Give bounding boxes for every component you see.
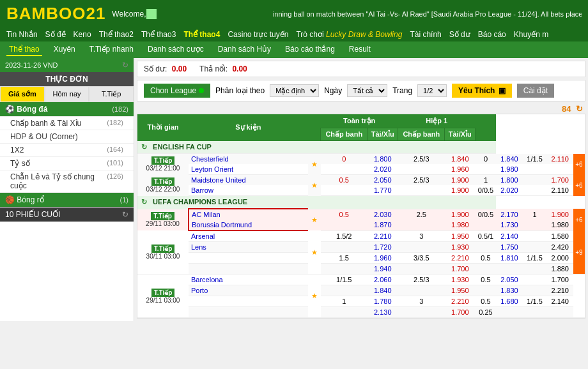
match2-team2[interactable]: Barrow (189, 185, 308, 196)
m4-odds3a[interactable]: 2.140 (496, 230, 522, 242)
match3-star[interactable]: ★ (308, 209, 321, 230)
nav-bao-cao-thang[interactable]: Báo cáo thắng (282, 43, 337, 56)
match1-odds3[interactable]: 1.840 (496, 154, 522, 165)
match4-more[interactable]: +9 (573, 230, 585, 275)
nav-casino[interactable]: Casino trực tuyến (228, 29, 288, 40)
match1-star[interactable]: ★ (308, 154, 321, 175)
nav-danh-sach-huy[interactable]: Danh sách Hủy (215, 43, 274, 56)
nav-so-de[interactable]: Số đề (45, 29, 66, 40)
match3-team2[interactable]: Borussia Dortmund (189, 220, 308, 230)
sidebar-item-1x2[interactable]: 1X2 (164) (0, 144, 134, 157)
m4-odds4c[interactable]: 2.000 (547, 253, 573, 264)
m3-odds4b[interactable]: 1.980 (547, 220, 573, 230)
sidebar-item-hdp[interactable]: HDP & OU (Corner) (0, 130, 134, 144)
m3-odds4[interactable]: 1.900 (547, 209, 573, 220)
match5-team1[interactable]: Barcelona (189, 275, 308, 285)
m2-odds1[interactable]: 2.050 (368, 175, 398, 186)
nav-the-thao2[interactable]: Thể thao2 (99, 29, 134, 40)
m4-odds3c[interactable]: 1.810 (496, 253, 522, 264)
match1-odds2[interactable]: 1.840 (445, 154, 476, 165)
match4-star[interactable]: ★ (308, 230, 321, 275)
match1-more[interactable]: +6 (573, 154, 585, 175)
match5-team2[interactable]: Porto (189, 285, 308, 296)
m4-odds2a[interactable]: 1.950 (445, 230, 476, 242)
yeu-thich-button[interactable]: Yêu Thích ▣ (452, 84, 512, 98)
match5-star[interactable]: ★ (308, 275, 321, 318)
sidebar-item-10-phieu[interactable]: 10 PHIẾU CUỐI ↻ (0, 207, 134, 222)
m5-odds2d[interactable]: 1.700 (445, 307, 476, 318)
match3-team1[interactable]: AC Milan (189, 209, 308, 220)
m5-odds2c[interactable]: 2.210 (445, 296, 476, 307)
m4-odds4d[interactable]: 1.880 (547, 264, 573, 275)
nav-khuyen[interactable]: Khuyến m (514, 29, 548, 40)
tab-ttiep[interactable]: T.Tiếp (89, 86, 134, 102)
m5-odds3c[interactable]: 1.680 (496, 296, 522, 307)
m4-odds4b[interactable]: 2.420 (547, 242, 573, 253)
m5-odds4d[interactable] (547, 307, 573, 318)
nav-result[interactable]: Result (346, 43, 373, 56)
m5-odds2a[interactable]: 1.930 (445, 275, 476, 285)
m5-odds3b[interactable]: 1.830 (496, 285, 522, 296)
tab-hom-nay[interactable]: Hôm nay (45, 86, 89, 102)
m4-odds1c[interactable]: 1.960 (368, 253, 398, 264)
sidebar-refresh-icon[interactable]: ↻ (122, 61, 128, 70)
match1-odds1[interactable]: 1.800 (368, 154, 398, 165)
m1-odds2b[interactable]: 1.960 (445, 164, 476, 175)
match2-team1[interactable]: Maidstone United (189, 175, 308, 186)
m1-odds3b[interactable]: 1.980 (496, 164, 522, 175)
m3-odds1[interactable]: 2.030 (368, 209, 398, 220)
fa-cup-refresh-icon[interactable]: ↻ (141, 143, 147, 151)
sidebar-item-ty-so[interactable]: Tỷ số (101) (0, 157, 134, 170)
m5-odds4c[interactable]: 2.140 (547, 296, 573, 307)
nav-bao-cao[interactable]: Báo cáo (478, 29, 506, 40)
10-phieu-refresh-icon[interactable]: ↻ (122, 210, 128, 219)
nav-xuyen[interactable]: Xuyên (51, 43, 78, 56)
match1-team1[interactable]: Chesterfield (189, 154, 308, 165)
m5-odds2b[interactable]: 1.950 (445, 285, 476, 296)
chon-league-button[interactable]: Chon League (144, 84, 210, 98)
sidebar-item-bong-ro[interactable]: 🏀 Bóng rổ (1) (0, 193, 134, 207)
m4-odds1a[interactable]: 2.210 (368, 230, 398, 242)
m3-odds2[interactable]: 1.900 (445, 209, 476, 220)
m3-odds1b[interactable]: 1.870 (368, 220, 398, 230)
match4-team1[interactable]: Arsenal (189, 230, 308, 242)
trang-select[interactable]: 1/2 (417, 84, 447, 97)
m2-odds1b[interactable]: 1.770 (368, 185, 398, 196)
nav-the-thao[interactable]: Thể thao (6, 43, 42, 56)
m3-odds3b[interactable]: 1.730 (496, 220, 522, 230)
nav-danh-sach-cuoc[interactable]: Danh sách cược (145, 43, 206, 56)
m2-odds4[interactable]: 1.700 (547, 175, 573, 186)
match4-team2[interactable]: Lens (189, 242, 308, 253)
match1-odds4[interactable]: 2.110 (547, 154, 573, 165)
nav-the-thao3[interactable]: Thể thao3 (141, 29, 176, 40)
refresh-results-icon[interactable]: ↻ (576, 104, 583, 114)
m4-odds4a[interactable]: 1.580 (547, 230, 573, 242)
sidebar-item-chap-banh[interactable]: Chấp banh & Tài Xỉu (182) (0, 117, 134, 130)
m5-odds1b[interactable]: 1.840 (368, 285, 398, 296)
nav-tai-chinh[interactable]: Tài chính (410, 29, 441, 40)
m4-odds1d[interactable]: 1.940 (368, 264, 398, 275)
m4-odds3d[interactable] (496, 264, 522, 275)
m3-odds3[interactable]: 2.170 (496, 209, 522, 220)
m4-odds1b[interactable]: 1.720 (368, 242, 398, 253)
m1-odds1b[interactable]: 2.020 (368, 164, 398, 175)
tab-gia-som[interactable]: Giá sớm (0, 86, 45, 102)
phan-loai-select[interactable]: Mặc định (270, 84, 319, 97)
match1-team2[interactable]: Leyton Orient (189, 164, 308, 175)
nav-tro-choi[interactable]: Trò chơi Lucky Draw & Bowling (296, 29, 402, 40)
m5-odds3a[interactable]: 2.050 (496, 275, 522, 285)
nav-tin-nhan[interactable]: Tin Nhắn (6, 29, 38, 40)
nav-ttiep-nhanh[interactable]: T.Tiếp nhanh (87, 43, 136, 56)
m5-odds1a[interactable]: 2.060 (368, 275, 398, 285)
sidebar-item-chan-le[interactable]: Chẵn Lẻ và Tỷ số chung cuộc (126) (0, 170, 134, 193)
m4-odds3b[interactable]: 1.750 (496, 242, 522, 253)
m5-odds3d[interactable] (496, 307, 522, 318)
match2-star[interactable]: ★ (308, 175, 321, 196)
match3-more[interactable]: +6 (573, 209, 585, 230)
cai-dat-button[interactable]: Cài đặt (517, 84, 554, 98)
m4-odds2b[interactable]: 1.930 (445, 242, 476, 253)
m2-odds2b[interactable]: 1.900 (445, 185, 476, 196)
m2-odds3b[interactable]: 2.020 (496, 185, 522, 196)
m3-odds2b[interactable]: 1.980 (445, 220, 476, 230)
m2-odds4b[interactable]: 2.110 (547, 185, 573, 196)
